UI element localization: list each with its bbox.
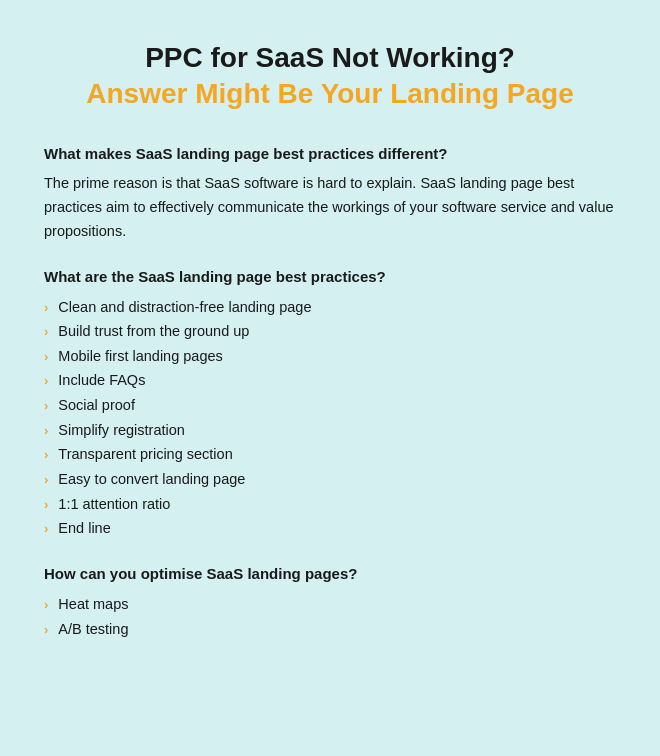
chevron-icon: ›: [44, 619, 48, 641]
list-item-text: A/B testing: [58, 617, 128, 642]
list-item: ›A/B testing: [44, 617, 616, 642]
chevron-icon: ›: [44, 594, 48, 616]
list-item: ›Clean and distraction-free landing page: [44, 295, 616, 320]
list-item: ›Transparent pricing section: [44, 442, 616, 467]
best-practices-list: ›Clean and distraction-free landing page…: [44, 295, 616, 541]
list-item-text: Transparent pricing section: [58, 442, 232, 467]
section-heading-2: What are the SaaS landing page best prac…: [44, 268, 616, 285]
section-optimise: How can you optimise SaaS landing pages?…: [44, 565, 616, 641]
list-item-text: 1:1 attention ratio: [58, 492, 170, 517]
list-item-text: Heat maps: [58, 592, 128, 617]
chevron-icon: ›: [44, 444, 48, 466]
section-best-practices: What are the SaaS landing page best prac…: [44, 268, 616, 541]
list-item: ›Social proof: [44, 393, 616, 418]
chevron-icon: ›: [44, 370, 48, 392]
title-section: PPC for SaaS Not Working? Answer Might B…: [44, 40, 616, 113]
title-part1: PPC for SaaS Not Working?: [145, 42, 515, 73]
chevron-icon: ›: [44, 469, 48, 491]
chevron-icon: ›: [44, 346, 48, 368]
list-item: ›Include FAQs: [44, 368, 616, 393]
list-item: ›Build trust from the ground up: [44, 319, 616, 344]
chevron-icon: ›: [44, 518, 48, 540]
section-body-1: The prime reason is that SaaS software i…: [44, 172, 616, 244]
list-item: ›Mobile first landing pages: [44, 344, 616, 369]
page-title: PPC for SaaS Not Working? Answer Might B…: [44, 40, 616, 113]
list-item-text: Mobile first landing pages: [58, 344, 222, 369]
section-heading-1: What makes SaaS landing page best practi…: [44, 145, 616, 162]
list-item-text: Clean and distraction-free landing page: [58, 295, 311, 320]
chevron-icon: ›: [44, 321, 48, 343]
list-item-text: Easy to convert landing page: [58, 467, 245, 492]
list-item: ›End line: [44, 516, 616, 541]
list-item-text: End line: [58, 516, 110, 541]
chevron-icon: ›: [44, 420, 48, 442]
chevron-icon: ›: [44, 297, 48, 319]
title-part2: Answer Might Be Your Landing Page: [86, 78, 573, 109]
chevron-icon: ›: [44, 494, 48, 516]
list-item-text: Build trust from the ground up: [58, 319, 249, 344]
optimise-list: ›Heat maps›A/B testing: [44, 592, 616, 641]
section-what-makes-different: What makes SaaS landing page best practi…: [44, 145, 616, 244]
list-item: ›Easy to convert landing page: [44, 467, 616, 492]
list-item: ›Simplify registration: [44, 418, 616, 443]
list-item-text: Social proof: [58, 393, 135, 418]
chevron-icon: ›: [44, 395, 48, 417]
list-item-text: Include FAQs: [58, 368, 145, 393]
list-item-text: Simplify registration: [58, 418, 185, 443]
list-item: ›Heat maps: [44, 592, 616, 617]
section-heading-3: How can you optimise SaaS landing pages?: [44, 565, 616, 582]
list-item: ›1:1 attention ratio: [44, 492, 616, 517]
